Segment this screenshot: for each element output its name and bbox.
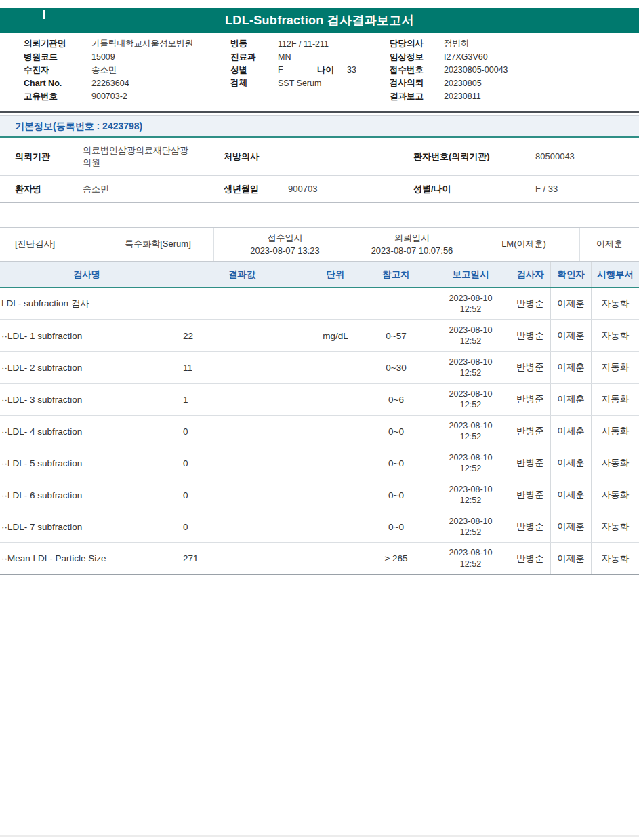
cell-result — [173, 288, 310, 319]
cell-unit — [310, 384, 360, 415]
reported-date: 2023-08-10 — [449, 325, 493, 336]
report-title: LDL-Subfraction 검사결과보고서 — [225, 14, 414, 27]
field-label: 환자번호(의뢰기관) — [407, 151, 522, 163]
info-row: Chart No. 22263604 — [24, 77, 193, 89]
section-header-basic-info: 기본정보(등록번호 : 2423798) — [0, 115, 639, 138]
reported-time: 12:52 — [460, 367, 481, 378]
cell-tester: 반병준 — [510, 320, 550, 351]
cell-verifier: 이제훈 — [550, 320, 591, 351]
order-info-column-2: 병동 112F / 11-211 진료과 MN 성별 F 나이 33 검체 SS… — [230, 37, 356, 90]
table-row: ··LDL- 1 subfraction 22 mg/dL 0~57 2023-… — [0, 320, 639, 352]
test-category: [진단검사] — [0, 228, 102, 261]
cell-verifier: 이제훈 — [550, 447, 591, 479]
request-label: 의뢰일시 — [394, 232, 430, 245]
info-label: 결과보고 — [390, 91, 444, 102]
cell-unit — [310, 511, 360, 542]
cell-reference: 0~0 — [360, 479, 432, 511]
cell-verifier: 이제훈 — [550, 511, 591, 542]
column-header-test-name: 검사명 — [0, 262, 173, 287]
field-value: 송소민 — [83, 183, 211, 195]
cell-result: 1 — [173, 384, 310, 415]
cell-department: 자동화 — [591, 511, 639, 542]
reported-date: 2023-08-10 — [449, 293, 493, 304]
info-row: 고유번호 900703-2 — [24, 90, 193, 103]
reported-date: 2023-08-10 — [449, 388, 493, 399]
cell-test-name: ··LDL- 2 subfraction — [0, 352, 173, 383]
info-label: 접수번호 — [390, 64, 444, 76]
info-value: I27XG3V60 — [444, 52, 488, 62]
cell-unit — [310, 543, 360, 574]
test-section-header: [진단검사] 특수화학[Serum] 접수일시 2023-08-07 13:23… — [0, 227, 639, 262]
info-row: 결과보고 20230811 — [390, 90, 508, 103]
basic-info-row: 환자명 송소민 생년월일 900703 성별/나이 F / 33 — [0, 176, 639, 203]
results-table-header: 검사명 결과값 단위 참고치 보고일시 검사자 확인자 시행부서 — [0, 262, 639, 288]
info-label: 검체 — [230, 77, 278, 89]
cell-tester: 반병준 — [510, 511, 550, 542]
field-label: 생년월일 — [211, 183, 285, 195]
test-panel: 특수화학[Serum] — [102, 228, 213, 261]
table-row: ··LDL- 5 subfraction 0 0~0 2023-08-10 12… — [0, 447, 639, 479]
cell-department: 자동화 — [591, 416, 639, 447]
reported-date: 2023-08-10 — [449, 547, 493, 558]
reported-time: 12:52 — [460, 431, 481, 442]
info-value: 가톨릭대학교서울성모병원 — [91, 38, 193, 49]
info-label: 임상정보 — [390, 52, 444, 63]
cell-test-name: ··LDL- 7 subfraction — [0, 511, 173, 542]
info-label: 나이 — [317, 64, 347, 76]
info-row: 검체 SST Serum — [230, 77, 356, 89]
cell-result: 0 — [173, 511, 310, 542]
cell-tester: 반병준 — [510, 447, 550, 479]
field-label: 환자명 — [0, 183, 83, 195]
cell-department: 자동화 — [591, 352, 639, 383]
cell-department: 자동화 — [591, 320, 639, 351]
cell-test-name: ··LDL- 3 subfraction — [0, 384, 173, 415]
cell-reported-datetime: 2023-08-10 12:52 — [432, 416, 510, 447]
info-row: 임상정보 I27XG3V60 — [390, 50, 508, 63]
reported-date: 2023-08-10 — [449, 516, 493, 527]
column-header-reported: 보고일시 — [432, 262, 510, 287]
cell-tester: 반병준 — [510, 416, 550, 447]
request-value: 2023-08-07 10:07:56 — [371, 245, 453, 258]
info-label: 수진자 — [24, 64, 91, 76]
cell-reference: 0~0 — [360, 416, 432, 447]
cell-test-name: ··LDL- 1 subfraction — [0, 320, 173, 351]
results-table-body: LDL- subfraction 검사 2023-08-10 12:52 반병준… — [0, 288, 639, 575]
info-value: MN — [278, 52, 291, 62]
table-row: ··LDL- 7 subfraction 0 0~0 2023-08-10 12… — [0, 511, 639, 543]
info-row: 의뢰기관명 가톨릭대학교서울성모병원 — [24, 37, 193, 50]
column-header-unit: 단위 — [310, 262, 360, 287]
cell-result: 11 — [173, 352, 310, 383]
field-value: F / 33 — [522, 184, 639, 194]
reported-time: 12:52 — [460, 304, 481, 315]
info-value: 900703-2 — [91, 92, 127, 101]
lab-name: LM(이제훈) — [468, 228, 579, 261]
column-header-tester: 검사자 — [510, 262, 550, 287]
reported-date: 2023-08-10 — [449, 357, 493, 367]
cell-verifier: 이제훈 — [550, 384, 591, 415]
cell-reported-datetime: 2023-08-10 12:52 — [432, 288, 510, 319]
info-row: 병원코드 15009 — [24, 50, 193, 63]
cell-test-name: ··Mean LDL- Particle Size — [0, 543, 173, 574]
cell-reference: 0~30 — [360, 352, 432, 383]
cell-reported-datetime: 2023-08-10 12:52 — [432, 543, 510, 574]
order-info-column-1: 의뢰기관명 가톨릭대학교서울성모병원 병원코드 15009 수진자 송소민 Ch… — [24, 37, 193, 103]
reported-time: 12:52 — [460, 463, 481, 474]
field-label: 의뢰기관 — [0, 151, 83, 163]
cell-result: 271 — [173, 543, 310, 574]
info-row: 진료과 MN — [230, 50, 356, 63]
receipt-label: 접수일시 — [268, 232, 303, 245]
info-label: 고유번호 — [24, 91, 91, 102]
field-value: 의료법인삼광의료재단삼광의원 — [83, 144, 211, 168]
cell-verifier: 이제훈 — [550, 479, 591, 511]
info-label: 검사의뢰 — [390, 77, 444, 89]
info-value: 송소민 — [91, 64, 117, 76]
info-value: SST Serum — [278, 79, 321, 88]
info-label: 의뢰기관명 — [24, 38, 91, 49]
cell-reported-datetime: 2023-08-10 12:52 — [432, 479, 510, 511]
cell-department: 자동화 — [591, 479, 639, 511]
cell-unit — [310, 447, 360, 479]
cell-verifier: 이제훈 — [550, 416, 591, 447]
cell-department: 자동화 — [591, 384, 639, 415]
order-info-column-3: 담당의사 정병하 임상정보 I27XG3V60 접수번호 20230805-00… — [390, 37, 508, 103]
info-value: 20230805 — [444, 79, 482, 88]
